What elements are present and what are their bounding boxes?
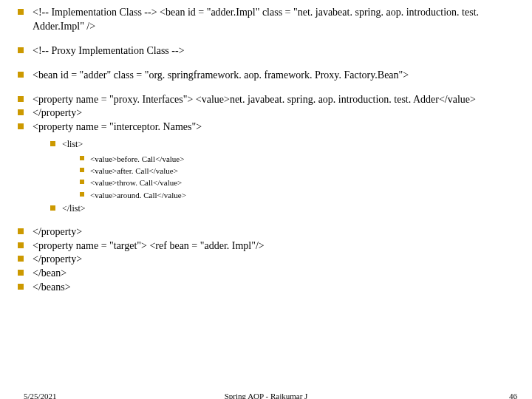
text: </bean> (33, 267, 66, 279)
list-item: </list> (47, 203, 517, 215)
list-item: <value>throw. Call</value> (77, 177, 517, 188)
list-item: <!-- Implementation Class --> <bean id =… (15, 6, 517, 34)
list-item: <value>after. Call</value> (77, 166, 517, 176)
list-item: <property name = "proxy. Interfaces"> <v… (15, 93, 517, 107)
sub-sub-list: <value>before. Call</value> <value>after… (62, 154, 517, 200)
list-item: <list> <value>before. Call</value> <valu… (47, 139, 517, 200)
list-item: <!-- Proxy Implementation Class --> (15, 44, 517, 58)
text: <property name = "target"> <ref bean = "… (33, 240, 265, 251)
list-item: <bean id = "adder" class = "org. springf… (15, 69, 517, 83)
list-item: </property> (15, 225, 517, 239)
list-item: </beans> (15, 281, 517, 295)
text: <!-- Proxy Implementation Class --> (33, 45, 185, 56)
slide-body: <!-- Implementation Class --> <bean id =… (0, 0, 532, 399)
list-item: <property name = "interceptor. Names"> <… (15, 120, 517, 214)
list-item: </property> (15, 106, 517, 120)
text: </list> (62, 203, 86, 214)
list-item: </bean> (15, 267, 517, 281)
text: <value>after. Call</value> (90, 166, 178, 175)
list-item: <value>around. Call</value> (77, 190, 517, 200)
footer-title: Spring AOP - Rajkumar J (0, 392, 532, 399)
footer-page: 46 (509, 392, 517, 399)
text: <list> (62, 139, 83, 149)
text: </property> (33, 107, 82, 118)
text: </property> (33, 253, 82, 265)
text: </property> (33, 226, 82, 237)
sub-list: <list> <value>before. Call</value> <valu… (33, 139, 517, 214)
text: <bean id = "adder" class = "org. springf… (33, 69, 409, 81)
text: <property name = "interceptor. Names"> (33, 121, 202, 132)
text: <property name = "proxy. Interfaces"> <v… (33, 94, 476, 105)
text: <value>throw. Call</value> (90, 178, 182, 187)
list-item: <value>before. Call</value> (77, 154, 517, 164)
text: <value>around. Call</value> (90, 191, 186, 200)
text: <value>before. Call</value> (90, 154, 184, 163)
list-item: <property name = "target"> <ref bean = "… (15, 239, 517, 253)
text: <!-- Implementation Class --> <bean id =… (33, 7, 479, 32)
list-item: </property> (15, 253, 517, 267)
text: </beans> (33, 282, 71, 293)
bullet-list: <!-- Implementation Class --> <bean id =… (15, 6, 517, 295)
